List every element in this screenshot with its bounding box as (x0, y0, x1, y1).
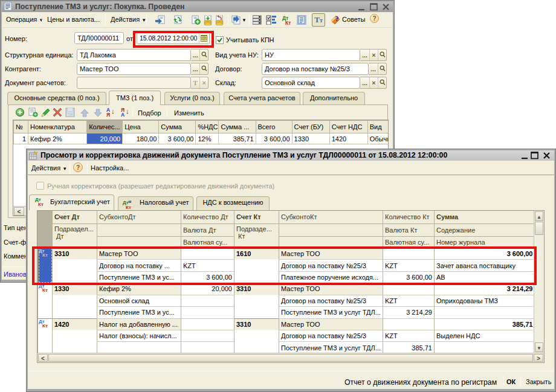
svg-text:ГОК: ГОК (68, 113, 73, 116)
svg-text:?: ? (335, 14, 339, 23)
